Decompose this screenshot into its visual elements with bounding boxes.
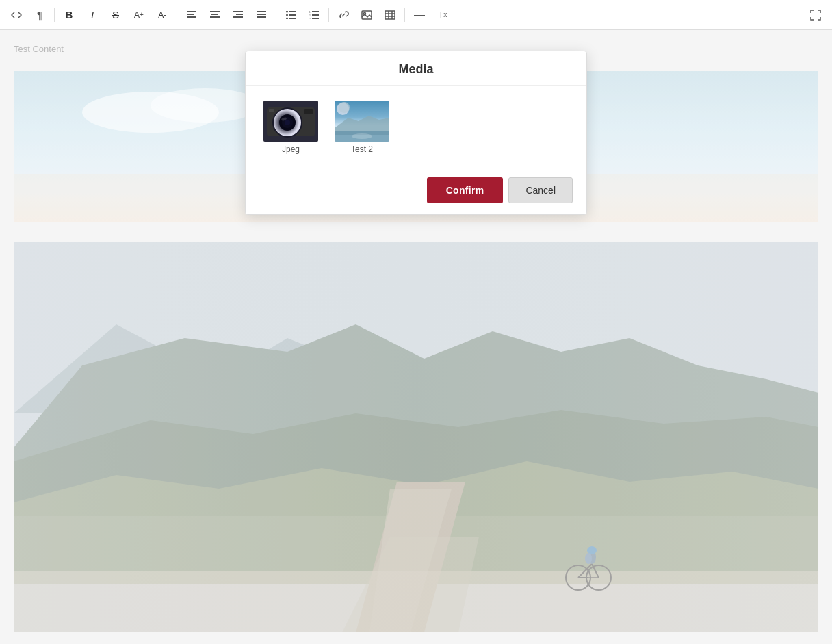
svg-point-16 — [286, 11, 288, 13]
image-button[interactable] — [356, 4, 378, 26]
separator-3 — [276, 8, 276, 22]
media-thumbnail-jpeg — [263, 101, 318, 142]
strikethrough-button[interactable]: S — [105, 4, 127, 26]
cancel-button[interactable]: Cancel — [508, 177, 573, 203]
media-thumbnail-test2 — [335, 101, 389, 142]
svg-rect-13 — [257, 14, 266, 15]
svg-text:1.: 1. — [309, 11, 311, 14]
heading-button[interactable]: ¶ — [29, 4, 51, 26]
svg-rect-14 — [257, 16, 266, 18]
svg-rect-8 — [233, 11, 243, 12]
svg-text:3.: 3. — [309, 18, 311, 19]
svg-rect-23 — [312, 11, 319, 12]
svg-rect-21 — [289, 18, 296, 19]
code-view-button[interactable] — [5, 4, 27, 26]
svg-rect-2 — [187, 16, 196, 18]
modal-title: Media — [398, 62, 433, 76]
modal-header: Media — [246, 51, 586, 86]
svg-rect-0 — [187, 11, 196, 12]
subscript-button[interactable]: A- — [151, 4, 173, 26]
align-center-button[interactable] — [204, 4, 226, 26]
svg-rect-9 — [236, 14, 243, 15]
svg-rect-19 — [289, 14, 296, 16]
ordered-list-button[interactable]: 1.2.3. — [303, 4, 325, 26]
svg-rect-10 — [233, 16, 243, 18]
svg-rect-17 — [289, 11, 296, 12]
editor-toolbar: ¶ B I S A+ A- 1.2.3. — Tx — [0, 0, 832, 30]
separator-5 — [404, 8, 405, 22]
svg-text:2.: 2. — [309, 14, 311, 17]
modal-body: Jpeg — [246, 86, 586, 169]
media-item-test2-label: Test 2 — [351, 144, 373, 154]
link-button[interactable] — [333, 4, 354, 26]
separator-1 — [54, 8, 55, 22]
svg-point-66 — [285, 120, 290, 125]
confirm-button[interactable]: Confirm — [427, 177, 504, 203]
svg-rect-69 — [269, 109, 274, 112]
media-modal: Media — [245, 51, 587, 215]
align-justify-button[interactable] — [250, 4, 272, 26]
svg-rect-4 — [210, 11, 220, 12]
svg-point-75 — [352, 133, 372, 139]
editor-area: Test Content — [0, 30, 832, 644]
media-item-test2[interactable]: Test 2 — [330, 96, 393, 158]
svg-rect-25 — [312, 14, 319, 16]
fullscreen-button[interactable] — [805, 4, 827, 26]
svg-rect-27 — [312, 18, 319, 19]
modal-footer: Confirm Cancel — [246, 169, 586, 214]
media-item-jpeg-label: Jpeg — [282, 144, 300, 154]
svg-rect-68 — [304, 109, 313, 114]
align-left-button[interactable] — [181, 4, 203, 26]
table-button[interactable] — [379, 4, 401, 26]
svg-point-20 — [286, 17, 288, 19]
separator-2 — [177, 8, 177, 22]
svg-point-72 — [339, 102, 350, 113]
bold-button[interactable]: B — [58, 4, 80, 26]
svg-point-18 — [286, 14, 288, 16]
media-item-jpeg[interactable]: Jpeg — [259, 96, 322, 158]
align-right-button[interactable] — [227, 4, 249, 26]
italic-button[interactable]: I — [81, 4, 103, 26]
separator-4 — [328, 8, 329, 22]
svg-rect-30 — [385, 11, 395, 19]
hr-button[interactable]: — — [408, 4, 430, 26]
superscript-button[interactable]: A+ — [128, 4, 150, 26]
clear-format-button[interactable]: Tx — [432, 4, 454, 26]
svg-rect-1 — [187, 14, 194, 15]
svg-rect-12 — [257, 11, 266, 12]
bullet-list-button[interactable] — [280, 4, 302, 26]
svg-rect-6 — [210, 16, 220, 18]
svg-rect-5 — [211, 14, 218, 15]
